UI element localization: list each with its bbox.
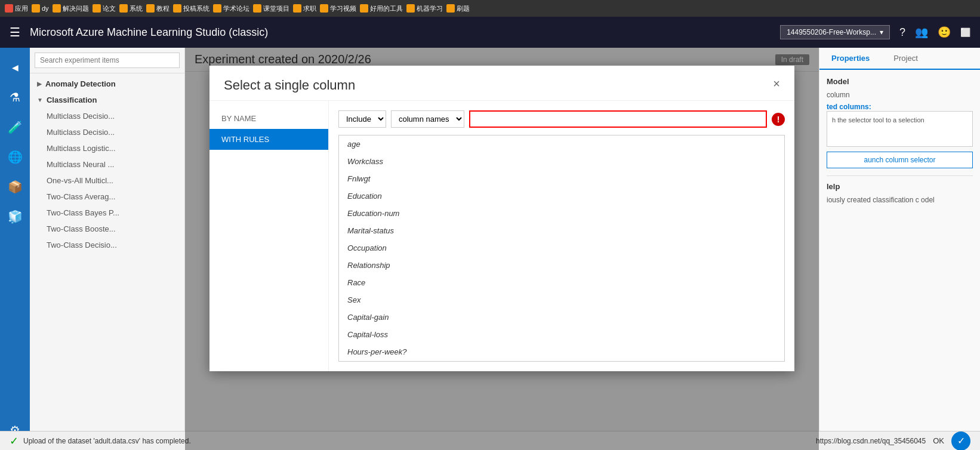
panel-content: Model column ted columns: h the selector… [819, 70, 980, 450]
forum-icon [213, 4, 221, 13]
bookmark-tools[interactable]: 好用的工具 [360, 4, 403, 13]
ok-button-status[interactable]: OK [933, 436, 944, 445]
header-controls: 1449550206-Free-Worksp... ▾ ? 👥 🙂 ⬜ [780, 25, 970, 39]
sidebar-tree: ▶ Anomaly Detection ▼ Classification Mul… [30, 73, 184, 450]
sidebar-icon-beaker[interactable]: 🧪 [1, 113, 29, 141]
column-type-select[interactable]: column names [391, 110, 464, 128]
selected-columns-label: ted columns: [827, 103, 973, 111]
jobs-icon [293, 4, 301, 13]
dropdown-item-age[interactable]: age [339, 135, 784, 153]
bookmark-ml[interactable]: 机器学习 [406, 4, 443, 13]
arrow-right-icon: ▶ [37, 81, 42, 87]
app-title: Microsoft Azure Machine Learning Studio … [30, 26, 771, 39]
window-controls: ⬜ [960, 27, 970, 37]
confirm-check-button[interactable]: ✓ [951, 431, 970, 451]
modal-close-button[interactable]: × [773, 78, 780, 90]
sidebar-item-onevall[interactable]: One-vs-All Multicl... [30, 172, 184, 189]
bookmark-solve[interactable]: 解决问题 [53, 4, 89, 13]
dropdown-item-marital[interactable]: Marital-status [339, 222, 784, 239]
include-select[interactable]: Include [338, 110, 386, 128]
dropdown-item-education-num[interactable]: Education-num [339, 205, 784, 222]
sidebar-item-anomaly[interactable]: ▶ Anomaly Detection [30, 76, 184, 92]
sidebar-item-multiclass1[interactable]: Multiclass Decisio... [30, 108, 184, 124]
tab-project[interactable]: Project [882, 48, 929, 69]
bookmark-coding[interactable]: 刷题 [446, 4, 470, 13]
sidebar-item-twoclass-bayes[interactable]: Two-Class Bayes P... [30, 205, 184, 221]
modal-nav-by-name[interactable]: BY NAME [209, 108, 328, 129]
menu-icon[interactable]: ☰ [10, 19, 20, 46]
bookmark-jobs[interactable]: 求职 [293, 4, 316, 13]
tutorial-icon [146, 4, 155, 13]
status-url: https://blog.csdn.net/qq_35456045 [816, 437, 926, 445]
dropdown-item-capital-loss[interactable]: Capital-loss [339, 326, 784, 343]
modal-content: Include column names ! age [329, 101, 794, 371]
launch-column-selector-button[interactable]: aunch column selector [827, 152, 973, 168]
rule-controls: Include column names [338, 110, 464, 128]
dropdown-item-occupation[interactable]: Occupation [339, 239, 784, 257]
bookmark-submit[interactable]: 投稿系统 [173, 4, 209, 13]
dy-icon [32, 4, 40, 13]
sidebar-item-multiclass2[interactable]: Multiclass Decisio... [30, 124, 184, 140]
help-text: iously created classification c odel [827, 196, 973, 204]
column-search-input[interactable] [469, 110, 767, 128]
ml-icon [406, 4, 415, 13]
bookmark-system[interactable]: 系统 [119, 4, 143, 13]
workspace-selector[interactable]: 1449550206-Free-Worksp... ▾ [780, 25, 890, 39]
search-input[interactable] [35, 53, 180, 68]
bookmark-videos[interactable]: 学习视频 [320, 4, 356, 13]
arrow-down-icon: ▼ [37, 97, 43, 103]
dropdown-item-hours[interactable]: Hours-per-week? [339, 343, 784, 360]
bookmark-tutorial[interactable]: 教程 [146, 4, 170, 13]
submit-icon [173, 4, 181, 13]
help-section-title: lelp [827, 182, 973, 191]
dropdown-item-race[interactable]: Race [339, 274, 784, 291]
sidebar-icon-cubes[interactable]: 📦 [1, 173, 29, 201]
tab-properties[interactable]: Properties [819, 48, 882, 70]
dropdown-item-capital-gain[interactable]: Capital-gain [339, 309, 784, 326]
status-ok-icon: ✓ [10, 434, 19, 448]
paper-icon [93, 4, 101, 13]
icon-sidebar: ◀ ⚗ 🧪 🌐 📦 🧊 ⚙ [0, 48, 30, 450]
search-box [30, 48, 184, 73]
bookmark-forum[interactable]: 学术论坛 [213, 4, 249, 13]
dropdown-item-education[interactable]: Education [339, 187, 784, 205]
sidebar-icon-globe[interactable]: 🌐 [1, 143, 29, 171]
panel-tabs: Properties Project [819, 48, 980, 70]
sidebar-icon-cube[interactable]: 🧊 [1, 203, 29, 230]
modal-body: BY NAME WITH RULES Include column names [209, 101, 794, 371]
dropdown-item-fnlwgt[interactable]: Fnlwgt [339, 170, 784, 187]
dropdown-item-relationship[interactable]: Relationship [339, 257, 784, 274]
sidebar-item-twoclass-boosted[interactable]: Two-Class Booste... [30, 221, 184, 237]
sidebar-item-twoclass-decision[interactable]: Two-Class Decisio... [30, 237, 184, 253]
sidebar-item-multiclass-logistic[interactable]: Multiclass Logistic... [30, 140, 184, 156]
bookmark-dy[interactable]: dy [32, 4, 49, 13]
modal-nav-with-rules[interactable]: WITH RULES [209, 129, 328, 150]
bookmark-apps[interactable]: 应用 [5, 4, 28, 13]
error-icon: ! [772, 113, 785, 126]
bookmark-paper[interactable]: 论文 [93, 4, 116, 13]
sidebar-icon-collapse[interactable]: ◀ [1, 54, 29, 81]
bookmark-class[interactable]: 课堂项目 [253, 4, 289, 13]
bookmark-bar: 应用 dy 解决问题 论文 系统 教程 投稿系统 学术论坛 课堂项目 求职 学习… [0, 0, 980, 17]
users-icon[interactable]: 👥 [915, 26, 928, 39]
sidebar-item-classification[interactable]: ▼ Classification [30, 92, 184, 108]
videos-icon [320, 4, 328, 13]
panel-divider [827, 175, 973, 176]
tools-icon [360, 4, 368, 13]
smiley-icon[interactable]: 🙂 [938, 26, 951, 39]
sidebar-icon-flask[interactable]: ⚗ [1, 84, 29, 111]
app-header: ☰ Microsoft Azure Machine Learning Studi… [0, 17, 980, 48]
help-icon[interactable]: ? [899, 26, 905, 39]
dropdown-item-native[interactable]: Native-country? [339, 360, 784, 362]
sidebar-item-twoclass-averag[interactable]: Two-Class Averag... [30, 189, 184, 205]
main-layout: ◀ ⚗ 🧪 🌐 📦 🧊 ⚙ ▶ Anomaly Detection ▼ Clas… [0, 48, 980, 450]
dropdown-item-sex[interactable]: Sex [339, 291, 784, 309]
selected-columns-box: h the selector tool to a selection [827, 111, 973, 147]
column-dropdown-list[interactable]: age Workclass Fnlwgt Education Education… [338, 135, 785, 362]
class-icon [253, 4, 261, 13]
chevron-down-icon: ▾ [880, 28, 883, 36]
sidebar-item-multiclass-neural[interactable]: Multiclass Neural ... [30, 156, 184, 172]
dropdown-item-workclass[interactable]: Workclass [339, 153, 784, 170]
experiment-sidebar: ▶ Anomaly Detection ▼ Classification Mul… [30, 48, 185, 450]
modal-title: Select a single column [224, 78, 355, 93]
